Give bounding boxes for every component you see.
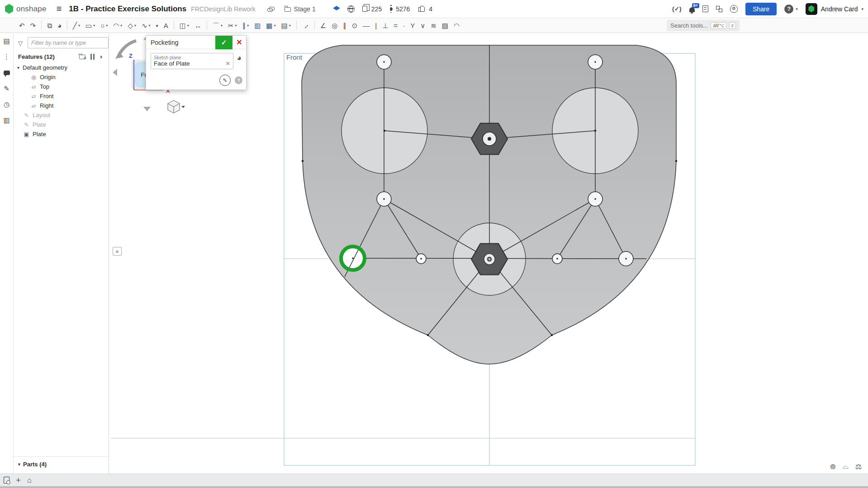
- isometric-view-icon[interactable]: [168, 100, 180, 113]
- feature-row-origin[interactable]: ◎Origin: [14, 72, 109, 82]
- toolbar-line-button[interactable]: ╱▾: [71, 19, 82, 31]
- model-viewport[interactable]: [109, 33, 868, 474]
- toolbar-perpendicular-button[interactable]: ⊥: [380, 19, 390, 31]
- toolbar-use-pie-button[interactable]: ◕: [56, 19, 63, 31]
- new-folder-icon[interactable]: [79, 55, 85, 59]
- toolbar-redo-button[interactable]: ↷: [28, 19, 38, 31]
- tab-search-icon[interactable]: [4, 477, 9, 483]
- toolbar-rectangle-button[interactable]: ▭▾: [84, 19, 97, 31]
- panel-toggle-button[interactable]: ≡: [113, 247, 122, 256]
- protractor-icon[interactable]: ⌓: [843, 462, 849, 471]
- toolbar-pattern-button[interactable]: ▥: [252, 19, 262, 31]
- feature-row-plate[interactable]: ✎Plate: [14, 120, 109, 129]
- featurescript-icon[interactable]: {✓}: [672, 5, 682, 12]
- feature-row-default-geometry[interactable]: ▾Default geometry: [14, 63, 109, 72]
- model-canvas[interactable]: Front ≡: [109, 33, 868, 474]
- dropdown-caret-icon[interactable]: ▾: [274, 24, 276, 28]
- dialog-accept-button[interactable]: ✓: [215, 36, 232, 49]
- parts-caret-icon[interactable]: ▾: [18, 462, 20, 467]
- final-state-icon[interactable]: ◕: [237, 53, 242, 63]
- toolbar-circle-button[interactable]: ○▾: [99, 19, 109, 31]
- sketch-plane-field[interactable]: Sketch plane Face of Plate ✕: [151, 53, 233, 69]
- strip-history-button[interactable]: ◷: [4, 100, 9, 109]
- help-caret-icon[interactable]: ▾: [796, 7, 798, 11]
- toolbar-spline-button[interactable]: ∿▾: [140, 19, 152, 31]
- dropdown-caret-icon[interactable]: ▾: [93, 24, 95, 28]
- suppress-icon[interactable]: [90, 54, 95, 60]
- toolbar-midpoint-button[interactable]: ∙: [401, 19, 407, 31]
- main-menu-icon[interactable]: ≡: [57, 4, 62, 14]
- strip-comment-button[interactable]: [4, 69, 10, 77]
- toolbar-hatch-button[interactable]: ▨: [440, 19, 450, 31]
- rotate-down-icon[interactable]: [143, 107, 151, 111]
- feature-row-top[interactable]: ▱Top: [14, 82, 109, 91]
- help-icon[interactable]: ?: [784, 5, 793, 14]
- toolbar-undo-button[interactable]: ↶: [17, 19, 27, 31]
- toolbar-vertical-button[interactable]: |: [373, 19, 379, 31]
- dropdown-caret-icon[interactable]: ▾: [221, 24, 223, 28]
- feature-row-right[interactable]: ▱Right: [14, 101, 109, 110]
- dropdown-caret-icon[interactable]: ▾: [187, 24, 189, 28]
- strip-checklist-button[interactable]: ▥: [3, 116, 9, 124]
- apps-icon[interactable]: [716, 6, 722, 12]
- toolbar-normal-button[interactable]: Y: [408, 19, 417, 31]
- feature-row-plate[interactable]: ▣Plate: [14, 129, 109, 139]
- toolbar-text-button[interactable]: A: [162, 19, 170, 31]
- filter-input[interactable]: [28, 37, 109, 48]
- gearbox-plate-face[interactable]: [302, 45, 676, 364]
- new-tab-button[interactable]: +: [16, 476, 21, 484]
- dropdown-caret-icon[interactable]: ▾: [247, 24, 249, 28]
- dialog-help-icon[interactable]: ?: [235, 76, 242, 84]
- toolbar-mirror-button[interactable]: ◫▾: [178, 19, 191, 31]
- dropdown-caret-icon[interactable]: ▾: [134, 24, 136, 28]
- toolbar-point-button[interactable]: •: [154, 19, 160, 31]
- ai-advisor-icon[interactable]: ⚙: [730, 5, 738, 13]
- dropdown-caret-icon[interactable]: ▾: [78, 24, 80, 28]
- copies-icon[interactable]: [362, 6, 367, 12]
- toolbar-offset-button[interactable]: ∥▾: [241, 19, 251, 31]
- notifications-icon[interactable]: 9+: [689, 7, 695, 12]
- toolbar-fillet-button[interactable]: ⌒▾: [211, 19, 224, 31]
- caret-down-icon[interactable]: ▾: [17, 65, 23, 70]
- home-icon[interactable]: ⌂: [27, 476, 32, 484]
- rotate-left-arrow-icon[interactable]: [119, 41, 136, 55]
- search-tools-input[interactable]: Search tools... alt/⌥ c: [667, 20, 740, 31]
- toolbar-polygon-button[interactable]: ◇▾: [126, 19, 138, 31]
- tasks-icon[interactable]: [702, 5, 708, 12]
- strip-notes-button[interactable]: ✎: [4, 85, 9, 93]
- dialog-cancel-button[interactable]: ✕: [232, 36, 246, 49]
- breadcrumb[interactable]: Stage 1: [285, 5, 316, 13]
- mass-properties-icon[interactable]: ⚖: [855, 462, 862, 471]
- uses-icon[interactable]: [390, 5, 392, 13]
- share-button[interactable]: Share: [745, 3, 777, 15]
- toolbar-dome-button[interactable]: ◠: [452, 19, 461, 31]
- likes-icon[interactable]: [418, 6, 425, 12]
- toolbar-symmetric-button[interactable]: ∨: [418, 19, 427, 31]
- toolbar-copy-doc-button[interactable]: ⧉: [45, 19, 54, 31]
- toolbar-tangent-button[interactable]: ⊙: [350, 19, 360, 31]
- toolbar-grid-pattern-button[interactable]: ▦▾: [264, 19, 277, 31]
- education-icon[interactable]: [333, 6, 341, 12]
- history-icon[interactable]: ◗: [100, 53, 103, 60]
- avatar[interactable]: [806, 3, 817, 15]
- strip-insert-button[interactable]: ⋮: [3, 53, 10, 61]
- filter-icon[interactable]: [18, 41, 24, 45]
- toolbar-arc-button[interactable]: ◠▾: [111, 19, 124, 31]
- toolbar-coincident-button[interactable]: ∠: [318, 19, 328, 31]
- toolbar-dimension-button[interactable]: ↔: [193, 19, 203, 31]
- public-icon[interactable]: [347, 5, 355, 13]
- dropdown-caret-icon[interactable]: ▾: [235, 24, 237, 28]
- user-name[interactable]: Andrew Card: [821, 5, 858, 13]
- onshape-logo-icon[interactable]: [5, 4, 14, 14]
- link-icon[interactable]: [267, 6, 275, 12]
- toolbar-equal-button[interactable]: =: [392, 19, 399, 31]
- toolbar-trim-button[interactable]: ✂▾: [226, 19, 239, 31]
- strip-feature-tree-button[interactable]: ▤: [3, 37, 9, 45]
- toolbar-curve-pattern-button[interactable]: ≋: [429, 19, 438, 31]
- dropdown-caret-icon[interactable]: ▾: [120, 24, 122, 28]
- document-title[interactable]: 1B - Practice Exercise Solutions: [69, 5, 186, 14]
- toolbar-concentric-button[interactable]: ◎: [330, 19, 339, 31]
- dropdown-caret-icon[interactable]: ▾: [149, 24, 151, 28]
- dropdown-caret-icon[interactable]: ▾: [106, 24, 108, 28]
- edit-sketch-icon[interactable]: ✎: [219, 75, 231, 86]
